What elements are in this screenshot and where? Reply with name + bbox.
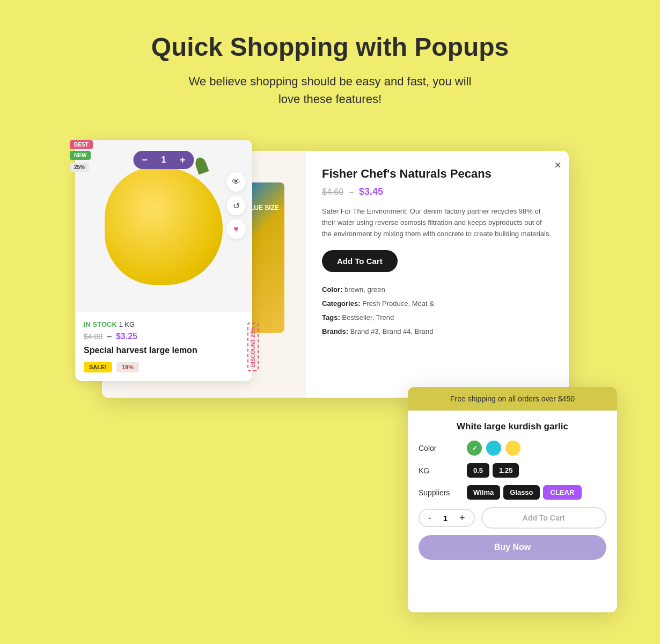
categories-value: Fresh Produce, Meat & [362, 299, 434, 308]
lemon-image [105, 167, 223, 285]
in-stock-label: IN STOCK [84, 320, 117, 328]
size-options: 0.5 1.25 [467, 463, 519, 478]
popup-meta: Color: brown, green Categories: Fresh Pr… [322, 283, 553, 339]
tags-label: Tags: [322, 313, 340, 321]
color-options [467, 441, 520, 456]
stock-info: IN STOCK 1 KG [84, 320, 244, 328]
product-card-body: IN STOCK 1 KG $4.00 – $3.25 Special harv… [75, 312, 252, 381]
qty-minus-button[interactable]: − [142, 155, 148, 165]
page-subtitle: We believe shopping should be easy and f… [180, 72, 480, 108]
kg-option-label: KG [419, 466, 461, 475]
clear-button[interactable]: CLEAR [543, 485, 582, 500]
brands-value: Brand #3, Brand #4, Brand [350, 327, 434, 335]
weight-label: 1 KG [119, 320, 135, 328]
card-action-icons: 👁 ↺ ♥ [226, 172, 246, 239]
badge-new: NEW [70, 151, 91, 160]
price-old: $4.00 [84, 332, 102, 341]
categories-label: Categories: [322, 299, 361, 308]
supplier-options: Wilma Glasso CLEAR [467, 485, 582, 500]
badge-best: BEST [70, 140, 93, 149]
popup-price-row: $4.60 – $3.45 [322, 186, 553, 197]
discount-badge: DISCOUNT 20% [247, 323, 259, 371]
qty-plus-button[interactable]: + [180, 155, 186, 165]
demo-wrapper: BEST NEW 25% − 1 + 👁 ↺ ♥ IN STOCK [43, 140, 617, 569]
popup-description: Safer For The Environment: Our denim fac… [322, 206, 553, 239]
color-yellow-swatch[interactable] [505, 441, 520, 456]
stepper-minus-button[interactable]: - [428, 513, 431, 523]
supplier-wilma-button[interactable]: Wilma [467, 485, 500, 500]
stepper-value: 1 [440, 514, 451, 523]
brands-label: Brands: [322, 327, 348, 335]
color-option-label: Color [419, 444, 461, 452]
color-green-swatch[interactable] [467, 441, 482, 456]
wishlist-icon-button[interactable]: ♥ [226, 219, 246, 239]
buy-now-button[interactable]: Buy Now [419, 535, 606, 560]
product-card-image: BEST NEW 25% − 1 + 👁 ↺ ♥ [75, 140, 252, 312]
stepper-plus-button[interactable]: + [459, 513, 465, 523]
quick-add-to-cart-button[interactable]: Add To Cart [481, 507, 606, 529]
color-option-row: Color [419, 441, 606, 456]
tag-sale: SALE! [84, 362, 112, 372]
size-05-button[interactable]: 0.5 [467, 463, 489, 478]
color-label: Color: [322, 286, 342, 294]
quick-buy-banner: Free shipping on all orders over $450 [408, 387, 617, 411]
size-125-button[interactable]: 1.25 [493, 463, 519, 478]
color-value: brown, green [344, 286, 385, 294]
refresh-icon-button[interactable]: ↺ [226, 196, 246, 215]
popup-close-button[interactable]: × [554, 158, 561, 172]
suppliers-option-row: Suppliers Wilma Glasso CLEAR [419, 485, 606, 500]
tags-value: Bestseller, Trend [342, 313, 394, 321]
popup-content: Fisher Chef's Naturals Pecans $4.60 – $3… [306, 151, 569, 398]
tag-percent: 19% [116, 362, 139, 372]
quick-buy-title: White large kurdish garlic [419, 421, 606, 432]
kg-option-row: KG 0.5 1.25 [419, 463, 606, 478]
popup-add-to-cart-button[interactable]: Add To Cart [322, 250, 398, 272]
demo-area: BEST NEW 25% − 1 + 👁 ↺ ♥ IN STOCK [0, 129, 660, 602]
qty-value: 1 [158, 155, 169, 165]
popup-price-old: $4.60 [322, 187, 343, 197]
quick-buy-popup: Free shipping on all orders over $450 Wh… [408, 387, 617, 612]
supplier-glasso-button[interactable]: Glasso [503, 485, 539, 500]
suppliers-option-label: Suppliers [419, 488, 461, 497]
price-new: $3.25 [116, 332, 137, 341]
card-tags: SALE! 19% [84, 362, 244, 372]
qty-add-row: - 1 + Add To Cart [419, 507, 606, 529]
product-card-name: Special harvest large lemon [84, 346, 244, 355]
product-card: BEST NEW 25% − 1 + 👁 ↺ ♥ IN STOCK [75, 140, 252, 381]
qty-stepper: - 1 + [419, 509, 475, 527]
price-dash: – [107, 332, 112, 341]
popup-product-title: Fisher Chef's Naturals Pecans [322, 167, 553, 181]
quick-buy-body: White large kurdish garlic Color KG 0.5 [408, 411, 617, 570]
popup-price-new: $3.45 [359, 186, 383, 197]
color-teal-swatch[interactable] [486, 441, 501, 456]
view-icon-button[interactable]: 👁 [226, 172, 246, 192]
page-header: Quick Shopping with Popups We believe sh… [0, 0, 660, 129]
price-row: $4.00 – $3.25 [84, 332, 244, 341]
popup-dash: – [349, 187, 354, 197]
qty-control: − 1 + [133, 151, 194, 169]
badge-percent: 25% [70, 163, 89, 172]
page-title: Quick Shopping with Popups [11, 32, 649, 62]
